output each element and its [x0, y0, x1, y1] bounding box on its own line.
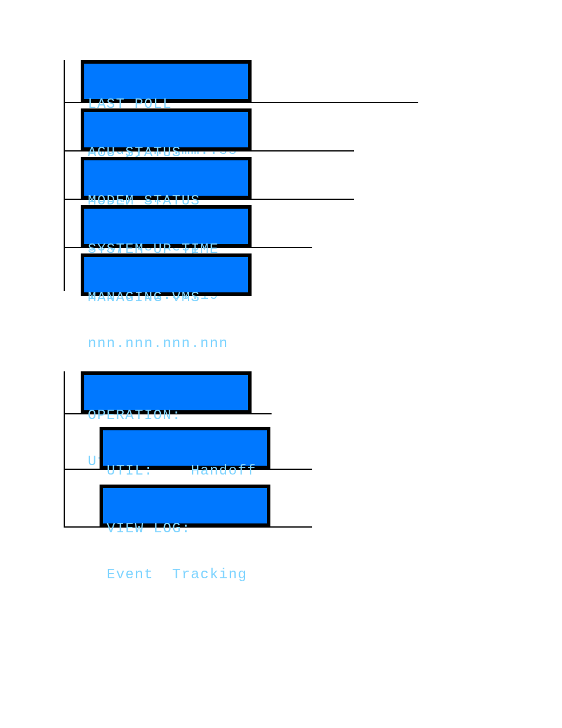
lcd-line1: UTIL: Handoff	[107, 463, 263, 479]
lcd-line1: VIEW LOG:	[107, 521, 263, 536]
tree-trunk-top	[64, 60, 65, 291]
lcd-last-poll: LAST POLL mmddyy hh:mm::ss	[81, 60, 252, 103]
lcd-managing-vms: MANAGING VMS nnn.nnn.nnn.nnn	[81, 253, 252, 296]
diagram-page: LAST POLL mmddyy hh:mm::ss ACU STATUS 10…	[0, 0, 562, 728]
lcd-line1: OPERATION:	[88, 408, 244, 423]
lcd-modem-status: MODEM STATUS 95%, No Resp	[81, 157, 252, 199]
lcd-view-log: VIEW LOG: Event Tracking	[100, 485, 270, 527]
lcd-util: UTIL: Handoff Stealth Reset	[100, 427, 270, 469]
tree-trunk-bottom	[64, 371, 65, 528]
lcd-system-uptime: SYSTEM UP TIME 121 d 21:38:19	[81, 205, 252, 248]
lcd-operation: OPERATION: Util Log Service	[81, 371, 252, 414]
lcd-line2: nnn.nnn.nnn.nnn	[88, 336, 244, 351]
lcd-line1: MANAGING VMS	[88, 290, 244, 305]
lcd-acu-status: ACU STATUS 100%, Ok	[81, 108, 252, 151]
lcd-line2: Event Tracking	[107, 567, 263, 582]
